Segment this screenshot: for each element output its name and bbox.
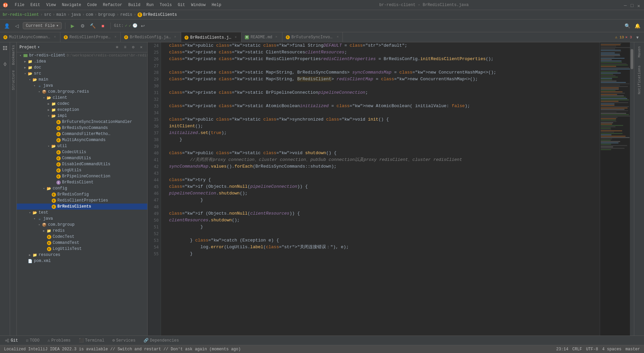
status-git-branch[interactable]: master <box>626 347 640 352</box>
menu-edit[interactable]: Edit <box>28 2 43 8</box>
status-charset[interactable]: UTF-8 <box>586 347 598 352</box>
breadcrumb-brgroup[interactable]: brgroup <box>98 12 115 17</box>
build-button[interactable]: 🔨 <box>89 22 97 30</box>
project-view-icon[interactable] <box>1 44 9 52</box>
menu-tools[interactable]: Tools <box>157 2 174 8</box>
tree-package[interactable]: ▾ 📦 com.brgroup.redis <box>17 89 147 95</box>
panel-close-button[interactable]: ✕ <box>138 44 145 51</box>
close-button[interactable]: ✕ <box>637 3 641 7</box>
tab-multiasynccommands[interactable]: C MultiAsyncCommands.java × <box>0 32 60 42</box>
menu-refactor[interactable]: Refactor <box>100 2 125 8</box>
tree-codectest[interactable]: C CodecTest <box>17 234 147 240</box>
tree-commandtest[interactable]: C CommandTest <box>17 240 147 246</box>
tree-commandsfilter[interactable]: C CommandsFilterMethodInvocationH... <box>17 131 147 137</box>
notifications-label[interactable]: Notifications <box>637 63 642 97</box>
tree-idea[interactable]: ▶ 📁 .idea <box>17 58 147 64</box>
bookmarks-label[interactable]: Bookmarks <box>11 42 16 68</box>
tree-resources[interactable]: ▶ 📁 resources <box>17 252 147 258</box>
tab-close-redisclientprops[interactable]: × <box>114 35 117 40</box>
tabs-more-button[interactable]: ▾ <box>633 33 641 41</box>
tree-exception[interactable]: ▶ 📁 exception <box>17 107 147 113</box>
user-icon-button[interactable]: 👤 <box>3 22 11 30</box>
tree-redisclientprops[interactable]: C RedisClientProperties <box>17 197 147 204</box>
tree-logutilstest[interactable]: C LogUtilsTest <box>17 246 147 252</box>
menu-view[interactable]: View <box>44 2 59 8</box>
menu-navigate[interactable]: Navigate <box>59 2 84 8</box>
scope-selector[interactable]: Current File ▾ <box>23 22 62 29</box>
tree-java[interactable]: ▾ ☕ java <box>17 83 147 89</box>
tree-pom[interactable]: 📄 pom.xml <box>17 258 147 264</box>
tree-brredissync[interactable]: C BrRedisSyncCommands <box>17 125 147 131</box>
status-line-col[interactable]: 23:14 <box>556 347 568 352</box>
tab-bredisconfig[interactable]: C BrRedisConfig.java × <box>121 32 181 42</box>
breadcrumb-com[interactable]: com <box>86 12 93 17</box>
tree-bredisclient[interactable]: I BrRedisClient <box>17 179 147 185</box>
status-crlf[interactable]: CRLF <box>572 347 582 352</box>
breadcrumb-src[interactable]: src <box>44 12 51 17</box>
breadcrumb-java[interactable]: java <box>71 12 81 17</box>
tree-src[interactable]: ▾ 📂 src <box>17 71 147 77</box>
menu-window[interactable]: Window <box>189 2 208 8</box>
tab-close-bredisclients[interactable]: × <box>233 35 238 40</box>
tree-commandutils[interactable]: C CommandUtils <box>17 155 147 161</box>
tab-close-bredisconfig[interactable]: × <box>173 35 177 40</box>
structure-label[interactable]: Structure <box>11 68 16 93</box>
tab-close-brfuturesync[interactable]: × <box>336 35 339 40</box>
tree-multiasync[interactable]: C MultiAsyncCommands <box>17 137 147 143</box>
tree-doc[interactable]: ▶ 📁 doc <box>17 64 147 71</box>
tree-codec[interactable]: ▶ 📁 codec <box>17 101 147 107</box>
bottom-tab-git[interactable]: Git <box>3 338 20 344</box>
tree-bredisclients-file[interactable]: C BrRedisClients <box>17 204 147 210</box>
run-config-button[interactable]: ⚙ <box>79 22 87 30</box>
tree-test[interactable]: ▾ 📂 test <box>17 210 147 216</box>
vertical-scrollbar[interactable] <box>630 42 634 336</box>
maximize-button[interactable]: □ <box>631 3 635 7</box>
tree-disabledcmd[interactable]: C DisabledCommandUtils <box>17 161 147 167</box>
tab-redisclientprops[interactable]: C RedisClientProperties.java × <box>60 32 121 42</box>
panel-settings-button[interactable]: ⚙ <box>130 44 137 51</box>
tree-logutils[interactable]: C LogUtils <box>17 167 147 173</box>
collapse-all-button[interactable]: ≡ <box>122 44 128 51</box>
tab-brfuturesync[interactable]: C BrFutureSyncInvocationHandl... × <box>282 32 343 42</box>
menu-build[interactable]: Build <box>125 2 143 8</box>
tree-root[interactable]: ▾ br-redis-client D:\workspace\redis-con… <box>17 52 147 58</box>
breadcrumb-main[interactable]: main <box>56 12 66 17</box>
tree-brpipeline[interactable]: C BrPipelineConnection <box>17 173 147 179</box>
tab-close-multiasync[interactable]: × <box>53 35 57 40</box>
breadcrumb-redis[interactable]: redis <box>120 12 132 17</box>
status-indent[interactable]: 4 spaces <box>602 347 622 352</box>
tab-close-readme[interactable]: × <box>274 35 279 40</box>
tree-codecutils[interactable]: C CodecUtils <box>17 149 147 155</box>
tab-readme[interactable]: M README.md × <box>241 32 282 42</box>
notifications-button[interactable]: 🔔 <box>633 22 641 30</box>
bottom-tab-terminal[interactable]: ⬛ Terminal <box>77 337 107 344</box>
tab-bredisclients[interactable]: C BrRedisClients.java × <box>181 32 241 42</box>
tree-main[interactable]: ▾ 📂 main <box>17 77 147 83</box>
project-title-dropdown[interactable]: Project ▾ <box>19 45 40 50</box>
stop-button[interactable]: ■ <box>99 22 107 30</box>
tree-bredisconfig[interactable]: C BrRedisConfig <box>17 191 147 197</box>
navigate-back-button[interactable]: ◁ <box>13 22 21 30</box>
tree-test-java[interactable]: ▾ ☕ java <box>17 216 147 222</box>
menu-run[interactable]: Run <box>144 2 156 8</box>
tree-test-package[interactable]: ▾ 📦 com.brgroup <box>17 222 147 228</box>
tree-client[interactable]: ▾ 📂 client <box>17 95 147 101</box>
breadcrumb-project[interactable]: br-redis-client <box>3 12 39 17</box>
locate-button[interactable]: ⊕ <box>114 44 120 51</box>
bottom-tab-dependencies[interactable]: 🔗 Dependencies <box>142 337 181 344</box>
run-button[interactable]: ▶ <box>69 22 77 30</box>
bottom-tab-services[interactable]: ⚙ Services <box>110 337 138 344</box>
tree-config[interactable]: ▾ 📂 config <box>17 185 147 191</box>
scrollbar-thumb[interactable] <box>631 49 633 69</box>
git-undo-button[interactable]: ↩ <box>139 22 147 30</box>
bottom-tab-todo[interactable]: ☑ TODO <box>24 337 42 344</box>
menu-git[interactable]: Git <box>175 2 188 8</box>
menu-help[interactable]: Help <box>209 2 224 8</box>
commit-icon[interactable] <box>1 60 9 69</box>
menu-file[interactable]: File <box>12 2 27 8</box>
minimize-button[interactable]: ─ <box>624 3 628 7</box>
bottom-tab-problems[interactable]: ⚠ Problems <box>46 337 73 344</box>
tree-util[interactable]: ▾ 📂 util <box>17 143 147 149</box>
tree-impl[interactable]: ▾ 📂 impl <box>17 113 147 119</box>
tree-test-redis[interactable]: ▶ 📁 redis <box>17 228 147 234</box>
